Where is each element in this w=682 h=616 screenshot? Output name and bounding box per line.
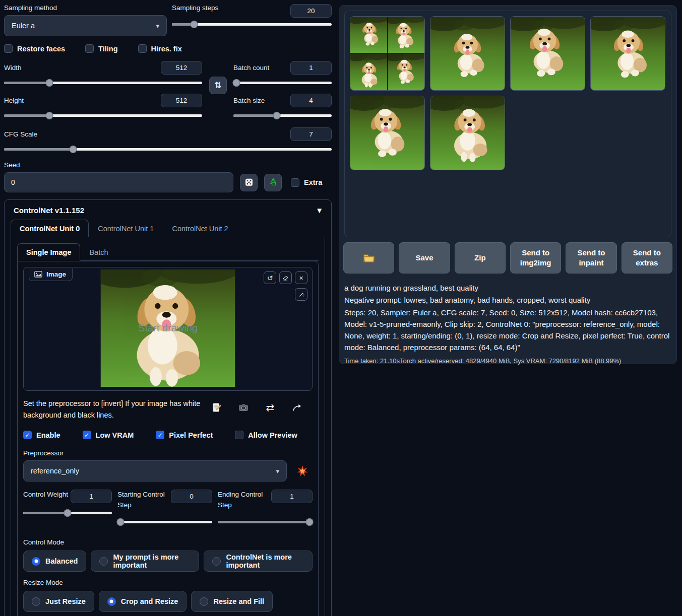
- starting-step-slider[interactable]: [117, 518, 212, 526]
- gallery-image-1[interactable]: [350, 16, 425, 91]
- zip-button[interactable]: Zip: [455, 242, 506, 273]
- random-seed-button[interactable]: [240, 174, 258, 191]
- height-slider[interactable]: [4, 112, 202, 119]
- control-weight-input[interactable]: 1: [71, 490, 112, 503]
- pencil-icon: [298, 291, 304, 298]
- checkbox-label: Enable: [36, 431, 60, 439]
- radio-dot: [200, 597, 208, 606]
- controlnet-image-canvas[interactable]: Image Start drawing ↺: [23, 267, 313, 391]
- run-preprocessor-icon[interactable]: [296, 465, 308, 477]
- negative-prompt-text: Negative prompt: lowres, bad anatomy, ba…: [344, 294, 671, 306]
- open-folder-button[interactable]: [343, 242, 394, 273]
- batch-size-slider[interactable]: [233, 112, 332, 119]
- eraser-icon: [282, 275, 289, 281]
- preprocessor-hint-text: Set the preprocessor to [invert] If your…: [23, 398, 211, 421]
- cfg-scale-input[interactable]: 7: [290, 127, 332, 141]
- radio-just-resize[interactable]: Just Resize: [23, 591, 94, 612]
- gallery-image-6[interactable]: [430, 96, 505, 170]
- checkbox-label: Restore faces: [17, 45, 65, 53]
- gallery-image-3[interactable]: [510, 16, 585, 91]
- tab-controlnet-unit-0[interactable]: ControlNet Unit 0: [11, 220, 89, 237]
- radio-dot: [107, 597, 116, 606]
- controlnet-accordion: ControlNet v1.1.152 ▼ ControlNet Unit 0C…: [4, 199, 332, 616]
- checkbox-tiling[interactable]: Tiling: [85, 44, 117, 53]
- send-to-img2img-button[interactable]: Send to img2img: [510, 242, 561, 273]
- radio-crop-and-resize[interactable]: Crop and Resize: [99, 591, 187, 612]
- settings-column: Sampling method Euler a ▾ Sampling steps…: [0, 0, 336, 616]
- checkbox-box: [291, 178, 299, 187]
- radio-resize-and-fill[interactable]: Resize and Fill: [191, 591, 273, 612]
- extra-seed-checkbox[interactable]: Extra: [291, 178, 322, 187]
- control-weight-label: Control Weight: [23, 490, 68, 500]
- radio-label: Crop and Resize: [121, 597, 178, 605]
- checkbox-allow-preview[interactable]: Allow Preview: [235, 431, 297, 439]
- batch-count-label: Batch count: [233, 64, 269, 72]
- radio-my-prompt-is-more-important[interactable]: My prompt is more important: [91, 551, 199, 572]
- seed-input[interactable]: 0: [4, 172, 233, 192]
- sampling-method-dropdown[interactable]: Euler a ▾: [4, 15, 167, 36]
- checkbox-box: [85, 44, 94, 53]
- ending-step-slider[interactable]: [218, 518, 313, 526]
- preprocessor-label: Preprocessor: [23, 449, 313, 457]
- radio-label: Just Resize: [45, 597, 86, 605]
- send-to-inpaint-button[interactable]: Send to inpaint: [566, 242, 616, 273]
- radio-balanced[interactable]: Balanced: [23, 551, 86, 572]
- cfg-scale-slider[interactable]: [4, 146, 332, 153]
- controlnet-unit-tabs: ControlNet Unit 0ControlNet Unit 1Contro…: [11, 220, 325, 237]
- sampling-steps-label: Sampling steps: [172, 4, 218, 12]
- send-to-extras-button[interactable]: Send to extras: [622, 242, 672, 273]
- tab-batch[interactable]: Batch: [80, 243, 117, 261]
- gallery-image-2[interactable]: [430, 16, 505, 91]
- clear-image-button[interactable]: ×: [295, 271, 307, 284]
- radio-label: ControlNet is more important: [226, 553, 304, 569]
- radio-label: My prompt is more important: [113, 553, 191, 569]
- checkbox-pixel-perfect[interactable]: ✓Pixel Perfect: [156, 431, 213, 439]
- width-slider[interactable]: [4, 79, 202, 87]
- sampling-steps-slider[interactable]: [172, 21, 332, 28]
- output-actions: SaveZipSend to img2imgSend to inpaintSen…: [343, 242, 672, 273]
- gallery-image-5[interactable]: [350, 96, 425, 170]
- swap-width-height-button[interactable]: ⇅: [209, 77, 227, 94]
- radio-dot: [212, 557, 221, 566]
- seed-label: Seed: [4, 161, 332, 169]
- checkbox-restore-faces[interactable]: Restore faces: [4, 44, 65, 53]
- reuse-seed-button[interactable]: [264, 174, 282, 191]
- chevron-down-icon: ▾: [276, 467, 279, 475]
- gallery-image-4[interactable]: [590, 16, 665, 91]
- tab-single-image[interactable]: Single Image: [17, 243, 80, 261]
- sampling-method-label: Sampling method: [4, 4, 167, 12]
- eraser-button[interactable]: [279, 271, 292, 284]
- tab-controlnet-unit-1[interactable]: ControlNet Unit 1: [89, 220, 163, 237]
- write-prompt-icon[interactable]: [211, 402, 222, 413]
- checkbox-hires-fix[interactable]: Hires. fix: [138, 44, 182, 53]
- width-input[interactable]: 512: [161, 61, 202, 75]
- sampling-steps-input[interactable]: 20: [290, 4, 332, 18]
- control-weight-slider[interactable]: [23, 509, 112, 517]
- starting-step-input[interactable]: 0: [171, 490, 212, 503]
- output-panel: SaveZipSend to img2imgSend to inpaintSen…: [339, 5, 677, 364]
- webcam-icon[interactable]: [238, 402, 249, 413]
- collapse-accordion-icon[interactable]: ▼: [316, 206, 323, 215]
- sketch-button[interactable]: [295, 288, 307, 301]
- image-source-tab[interactable]: Image: [29, 268, 73, 281]
- height-label: Height: [4, 97, 24, 104]
- radio-dot: [32, 597, 40, 606]
- height-input[interactable]: 512: [161, 94, 202, 107]
- chevron-down-icon: ▾: [156, 22, 159, 30]
- send-dimensions-icon[interactable]: [291, 402, 302, 413]
- preprocessor-dropdown[interactable]: reference_only ▾: [23, 460, 287, 482]
- checkbox-enable[interactable]: ✓Enable: [23, 431, 60, 439]
- batch-size-input[interactable]: 4: [290, 94, 332, 107]
- undo-button[interactable]: ↺: [264, 271, 276, 284]
- ending-step-input[interactable]: 1: [271, 490, 313, 503]
- swap-arrows-icon: ⇅: [214, 80, 221, 91]
- batch-count-slider[interactable]: [233, 79, 332, 87]
- resize-mode-group: Just ResizeCrop and ResizeResize and Fil…: [23, 591, 313, 612]
- checkbox-low-vram[interactable]: ✓Low VRAM: [83, 431, 134, 439]
- save-button[interactable]: Save: [399, 242, 450, 273]
- mirror-webcam-icon[interactable]: ⇄: [265, 402, 276, 413]
- tab-controlnet-unit-2[interactable]: ControlNet Unit 2: [163, 220, 237, 237]
- preprocessor-value: reference_only: [31, 467, 276, 475]
- radio-controlnet-is-more-important[interactable]: ControlNet is more important: [204, 551, 313, 572]
- batch-count-input[interactable]: 1: [290, 61, 332, 75]
